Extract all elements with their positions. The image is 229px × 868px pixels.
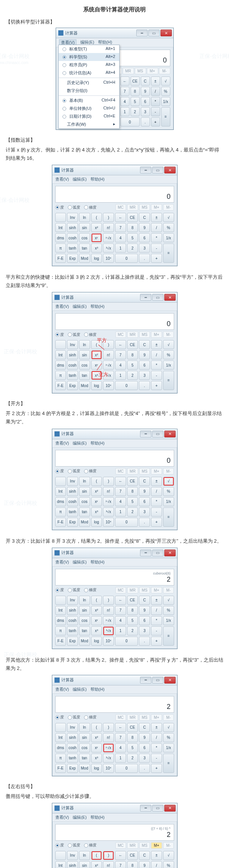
key-sqrt[interactable]: √ xyxy=(163,851,174,860)
key-lparen[interactable]: ( xyxy=(91,477,102,486)
key-4[interactable]: 4 xyxy=(115,233,126,242)
key-pct[interactable]: % xyxy=(163,487,174,496)
key-dms[interactable]: dms xyxy=(55,497,66,506)
key-dot[interactable]: . xyxy=(139,637,150,646)
key-sinh[interactable]: sinh xyxy=(67,733,78,742)
key-mul[interactable]: * xyxy=(151,361,162,370)
mem-mr[interactable]: MR xyxy=(127,204,138,211)
key-tanh[interactable]: tanh xyxy=(67,507,78,517)
key-int[interactable]: Int xyxy=(55,350,66,359)
key-backspace[interactable]: ← xyxy=(115,213,126,222)
key-4[interactable]: 4 xyxy=(115,616,126,625)
menu-view[interactable]: 查看(V) xyxy=(55,304,69,309)
key-x2[interactable]: x² xyxy=(91,487,102,496)
key-sin[interactable]: sin xyxy=(79,223,90,232)
mem-mr[interactable]: MR xyxy=(127,842,138,849)
mode-radians[interactable]: 弧度 xyxy=(68,468,80,474)
key-dot[interactable]: . xyxy=(139,381,150,390)
menu-help[interactable]: 帮助(H) xyxy=(90,815,104,820)
key-pct[interactable]: % xyxy=(161,87,170,96)
key-9[interactable]: 9 xyxy=(139,223,150,232)
key-tanh[interactable]: tanh xyxy=(67,371,78,380)
mem-mm[interactable]: M- xyxy=(163,714,174,721)
mem-mr[interactable]: MR xyxy=(127,587,138,593)
mode-radians[interactable]: 弧度 xyxy=(68,715,80,720)
key-8[interactable]: 8 xyxy=(127,487,138,496)
mem-mp[interactable]: M+ xyxy=(151,842,162,849)
key-blank[interactable] xyxy=(55,851,66,860)
key-sub[interactable]: - xyxy=(151,754,162,763)
key-inv[interactable]: Inv xyxy=(67,213,78,222)
key-2[interactable]: 2 xyxy=(127,507,138,517)
key-3[interactable]: 3 xyxy=(139,754,150,763)
key-6[interactable]: 6 xyxy=(139,497,150,506)
key-rparen[interactable]: ) xyxy=(103,723,114,732)
key-pi[interactable]: π xyxy=(55,244,66,253)
key-8[interactable]: 8 xyxy=(127,733,138,742)
dd-item-standard[interactable]: 标准型(T)Alt+1 xyxy=(59,45,119,53)
minimize-button[interactable]: ━ xyxy=(140,677,151,684)
mem-mc[interactable]: MC xyxy=(115,587,126,593)
key-ce[interactable]: CE xyxy=(127,851,138,860)
key-4[interactable]: 4 xyxy=(115,361,126,370)
key-exp[interactable]: Exp xyxy=(67,764,78,773)
menu-help[interactable]: 帮助(H) xyxy=(90,559,104,565)
key-0[interactable]: 0 xyxy=(120,117,140,126)
mem-ms[interactable]: MS xyxy=(139,468,150,475)
mem-mp[interactable]: M+ xyxy=(151,204,162,211)
key-dot[interactable]: . xyxy=(139,254,150,263)
key-cos[interactable]: cos xyxy=(79,361,90,370)
key-0[interactable]: 0 xyxy=(115,254,138,263)
key-int[interactable]: Int xyxy=(55,733,66,742)
mode-radians[interactable]: 弧度 xyxy=(68,332,80,337)
key-9[interactable]: 9 xyxy=(139,861,150,868)
mem-mc[interactable]: MC xyxy=(115,842,126,849)
key-sqrt[interactable]: √ xyxy=(161,76,170,86)
key-div[interactable]: / xyxy=(151,733,162,742)
key-mul[interactable]: * xyxy=(151,97,160,106)
dd-item-basic[interactable]: 基本(B)Ctrl+F4 xyxy=(59,97,119,105)
key-rparen[interactable]: ) xyxy=(103,340,114,349)
mode-grads[interactable]: 梯度 xyxy=(84,468,97,474)
key-int[interactable]: Int xyxy=(55,487,66,496)
key-2[interactable]: 2 xyxy=(127,244,138,253)
key-lparen[interactable]: ( xyxy=(91,213,102,222)
key-c[interactable]: C xyxy=(141,76,150,86)
mem-mc[interactable]: MC xyxy=(115,331,126,338)
key-10x[interactable]: 10ˣ xyxy=(103,254,114,263)
key-1[interactable]: 1 xyxy=(115,626,126,635)
key-mul[interactable]: * xyxy=(151,743,162,752)
key-5[interactable]: 5 xyxy=(131,97,140,106)
key-lparen[interactable]: ( xyxy=(91,340,102,349)
mem-mm[interactable]: M- xyxy=(163,204,174,211)
key-4[interactable]: 4 xyxy=(120,97,129,106)
key-x3[interactable]: x³ xyxy=(91,371,102,380)
key-c[interactable]: C xyxy=(139,851,150,860)
key-2[interactable]: 2 xyxy=(127,371,138,380)
menu-help[interactable]: 帮助(H) xyxy=(90,687,104,692)
key-inv[interactable]: Inv xyxy=(67,477,78,486)
mem-mp[interactable]: M+ xyxy=(151,468,162,475)
key-neg[interactable]: ± xyxy=(151,76,160,86)
menu-view[interactable]: 查看(V) xyxy=(55,687,69,692)
key-cbrt[interactable]: ³√x xyxy=(103,754,114,763)
menu-edit[interactable]: 编辑(E) xyxy=(73,304,87,309)
key-pct[interactable]: % xyxy=(163,606,174,615)
key-mod[interactable]: Mod xyxy=(79,637,90,646)
key-sub[interactable]: - xyxy=(151,107,160,116)
key-recip[interactable]: 1/x xyxy=(161,97,170,106)
key-ce[interactable]: CE xyxy=(127,477,138,486)
key-log[interactable]: log xyxy=(91,254,102,263)
key-mod[interactable]: Mod xyxy=(79,764,90,773)
mode-degrees[interactable]: 度 xyxy=(55,715,64,720)
key-dms[interactable]: dms xyxy=(55,743,66,752)
key-sqrt[interactable]: √ xyxy=(163,596,174,605)
key-fact[interactable]: n! xyxy=(103,350,114,359)
key-add[interactable]: + xyxy=(151,117,160,126)
key-tanh[interactable]: tanh xyxy=(67,626,78,635)
key-sinh[interactable]: sinh xyxy=(67,223,78,232)
key-eq[interactable]: = xyxy=(163,507,174,527)
mem-mp[interactable]: M+ xyxy=(151,587,162,593)
key-sub[interactable]: - xyxy=(151,626,162,635)
key-neg[interactable]: ± xyxy=(151,851,162,860)
